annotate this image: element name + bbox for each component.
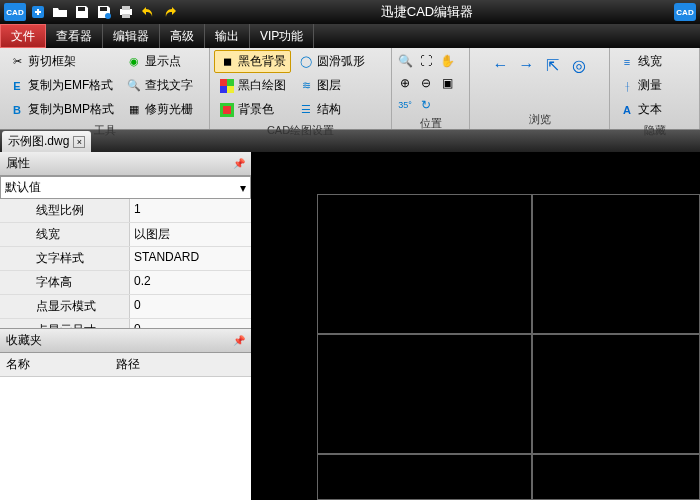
zoom-fit-icon[interactable]: ▣ <box>438 74 456 92</box>
svg-point-3 <box>105 13 111 19</box>
cad-icon: CAD <box>674 3 696 21</box>
show-points-button[interactable]: ◉显示点 <box>121 50 198 73</box>
new-icon[interactable] <box>28 3 48 21</box>
properties-list[interactable]: 线型比例1线宽以图层文字样式STANDARD字体高0.2点显示模式0点显示尺寸0 <box>0 199 251 329</box>
zoom-out-icon[interactable]: ⊖ <box>417 74 435 92</box>
svg-rect-7 <box>220 79 227 86</box>
group-label: 隐藏 <box>614 121 695 140</box>
bw-draw-button[interactable]: 黑白绘图 <box>214 74 291 97</box>
pin-icon[interactable]: 📌 <box>233 158 245 169</box>
redo-icon[interactable] <box>160 3 180 21</box>
favorites-body <box>0 377 251 500</box>
svg-rect-2 <box>100 7 107 11</box>
property-row[interactable]: 文字样式STANDARD <box>0 247 251 271</box>
document-tab[interactable]: 示例图.dwg × <box>2 131 91 152</box>
copy-emf-button[interactable]: E复制为EMF格式 <box>4 74 119 97</box>
black-bg-button[interactable]: ◼黑色背景 <box>214 50 291 73</box>
clip-frame-button[interactable]: ✂剪切框架 <box>4 50 119 73</box>
svg-rect-1 <box>78 7 85 11</box>
property-row[interactable]: 点显示模式0 <box>0 295 251 319</box>
print-icon[interactable] <box>116 3 136 21</box>
undo-icon[interactable] <box>138 3 158 21</box>
property-row[interactable]: 线宽以图层 <box>0 223 251 247</box>
svg-rect-9 <box>220 86 227 93</box>
pin-icon[interactable]: 📌 <box>233 335 245 346</box>
pan-icon[interactable]: ✋ <box>438 52 456 70</box>
svg-rect-6 <box>122 14 130 18</box>
menu-5[interactable]: VIP功能 <box>250 24 314 48</box>
property-row[interactable]: 字体高0.2 <box>0 271 251 295</box>
nav-out-icon[interactable]: ⇱ <box>544 56 562 74</box>
rotate-35-icon[interactable]: 35° <box>396 96 414 114</box>
svg-rect-12 <box>223 106 231 114</box>
save-icon[interactable] <box>72 3 92 21</box>
property-row[interactable]: 点显示尺寸0 <box>0 319 251 329</box>
linewidth-button[interactable]: ≡线宽 <box>614 50 667 73</box>
svg-rect-10 <box>227 86 234 93</box>
find-text-button[interactable]: 🔍查找文字 <box>121 74 198 97</box>
app-logo-icon: CAD <box>4 3 26 21</box>
tab-label: 示例图.dwg <box>8 133 69 150</box>
group-label: 浏览 <box>474 110 605 129</box>
property-row[interactable]: 线型比例1 <box>0 199 251 223</box>
dropdown-icon: ▾ <box>240 181 246 195</box>
layers-button[interactable]: ≋图层 <box>293 74 370 97</box>
group-label: CAD绘图设置 <box>214 121 387 140</box>
nav-target-icon[interactable]: ◎ <box>570 56 588 74</box>
menu-4[interactable]: 输出 <box>205 24 250 48</box>
zoom-extent-icon[interactable]: ⛶ <box>417 52 435 70</box>
menu-2[interactable]: 编辑器 <box>103 24 160 48</box>
text-button[interactable]: A文本 <box>614 98 667 121</box>
measure-button[interactable]: ⟊测量 <box>614 74 667 97</box>
svg-rect-8 <box>227 79 234 86</box>
menu-3[interactable]: 高级 <box>160 24 205 48</box>
svg-rect-5 <box>122 6 130 10</box>
nav-left-icon[interactable]: ← <box>492 56 510 74</box>
favorites-header: 收藏夹📌 <box>0 329 251 353</box>
favorites-columns: 名称 路径 <box>0 353 251 377</box>
trim-raster-button[interactable]: ▦修剪光栅 <box>121 98 198 121</box>
menu-1[interactable]: 查看器 <box>46 24 103 48</box>
zoom-in-icon[interactable]: ⊕ <box>396 74 414 92</box>
rotate-icon[interactable]: ↻ <box>417 96 435 114</box>
group-label: 位置 <box>396 114 465 133</box>
saveas-icon[interactable] <box>94 3 114 21</box>
default-value-combo[interactable]: 默认值▾ <box>0 176 251 199</box>
app-title: 迅捷CAD编辑器 <box>182 3 672 21</box>
smooth-arc-button[interactable]: ◯圆滑弧形 <box>293 50 370 73</box>
drawing-canvas[interactable] <box>252 152 700 500</box>
copy-bmp-button[interactable]: B复制为BMP格式 <box>4 98 119 121</box>
structure-button[interactable]: ☰结构 <box>293 98 370 121</box>
nav-right-icon[interactable]: → <box>518 56 536 74</box>
open-icon[interactable] <box>50 3 70 21</box>
bg-color-button[interactable]: 背景色 <box>214 98 291 121</box>
zoom-window-icon[interactable]: 🔍 <box>396 52 414 70</box>
close-tab-icon[interactable]: × <box>73 136 85 148</box>
menu-0[interactable]: 文件 <box>0 24 46 48</box>
properties-header: 属性📌 <box>0 152 251 176</box>
